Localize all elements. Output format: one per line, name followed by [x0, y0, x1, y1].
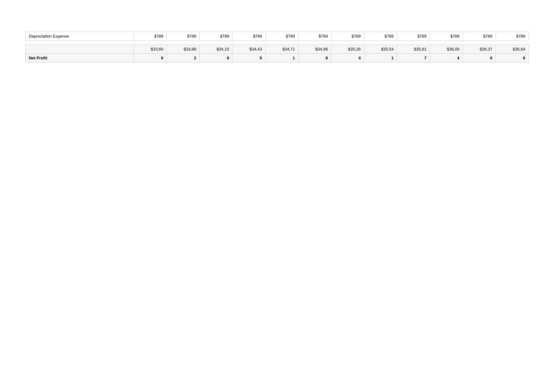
dep-val-6: $789: [298, 32, 331, 41]
dep-val-5: $789: [265, 32, 298, 41]
dep-val-4: $789: [232, 32, 265, 41]
net-profit-label: Net Profit: [26, 54, 134, 63]
np-bot-1: 6: [134, 54, 166, 63]
dep-val-3: $789: [200, 32, 232, 41]
np-top-2: $33,88: [167, 45, 200, 54]
np-top-4: $34,43: [232, 45, 265, 54]
net-profit-top-row: $33,60 $33,88 $34,15 $34,43 $34,71 $34,9…: [26, 45, 529, 54]
spacer-row: [26, 41, 529, 45]
np-top-12: $36,64: [496, 45, 528, 54]
np-top-9: $35,81: [397, 45, 430, 54]
np-bot-10: 4: [430, 54, 463, 63]
dep-val-12: $789: [496, 32, 528, 41]
np-top-5: $34,71: [265, 45, 298, 54]
np-top-7: $35,26: [331, 45, 364, 54]
np-bot-8: 1: [364, 54, 397, 63]
np-top-6: $34,98: [298, 45, 331, 54]
dep-val-8: $789: [364, 32, 397, 41]
np-bot-3: 9: [200, 54, 232, 63]
np-bot-5: 1: [265, 54, 298, 63]
np-bot-2: 2: [167, 54, 200, 63]
np-bot-7: 4: [331, 54, 364, 63]
np-bot-4: 5: [232, 54, 265, 63]
np-bot-11: 0: [463, 54, 496, 63]
depreciation-label: Depreciation Expense: [26, 32, 134, 41]
financial-table: Depreciation Expense $789 $789 $789 $789…: [25, 32, 529, 63]
net-profit-bottom-row: Net Profit 6 2 9 5 1 8 4 1 7 4 0 6: [26, 54, 529, 63]
depreciation-row: Depreciation Expense $789 $789 $789 $789…: [26, 32, 529, 41]
dep-val-7: $789: [331, 32, 364, 41]
np-bot-12: 6: [496, 54, 528, 63]
np-top-1: $33,60: [134, 45, 166, 54]
dep-val-11: $789: [463, 32, 496, 41]
page-container: Depreciation Expense $789 $789 $789 $789…: [0, 0, 554, 63]
np-top-3: $34,15: [200, 45, 232, 54]
np-bot-9: 7: [397, 54, 430, 63]
np-top-11: $36,37: [463, 45, 496, 54]
dep-val-2: $789: [167, 32, 200, 41]
net-profit-top-label: [26, 45, 134, 54]
dep-val-10: $789: [430, 32, 463, 41]
np-top-8: $35,54: [364, 45, 397, 54]
np-bot-6: 8: [298, 54, 331, 63]
dep-val-9: $789: [397, 32, 430, 41]
dep-val-1: $789: [134, 32, 166, 41]
np-top-10: $36,09: [430, 45, 463, 54]
